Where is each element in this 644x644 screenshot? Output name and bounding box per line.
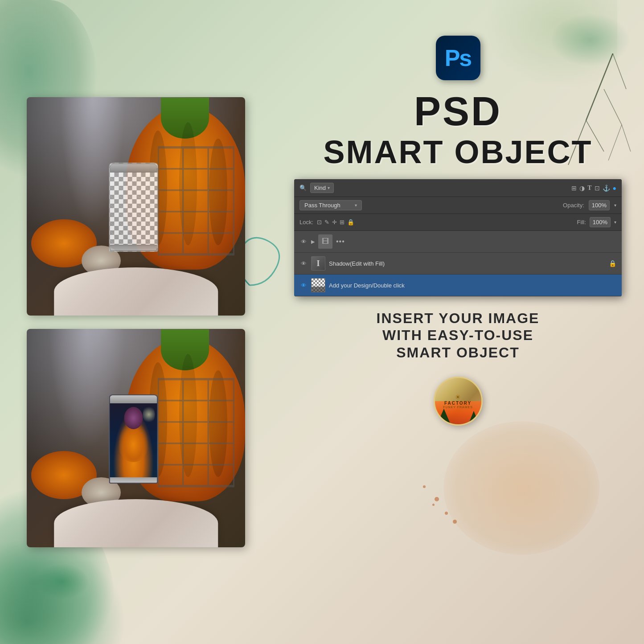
ps-logo-area: Ps: [294, 36, 622, 80]
factory-title: FACTORY: [443, 401, 473, 406]
layers-toolbar: 🔍 Kind ▾ ⊞ ◑ T ⊡ ⚓ ●: [294, 179, 622, 197]
filter-icons: ⊞ ◑ T ⊡ ⚓ ●: [571, 185, 616, 192]
tumbler-body-checker: [109, 163, 158, 252]
factory-sun-icon: ☀: [443, 394, 473, 401]
insert-line-3: SMART OBJECT: [294, 344, 622, 361]
moon-glow: [143, 405, 155, 424]
layer-thumb-group: 🎞: [318, 234, 332, 249]
opacity-label: Opacity:: [563, 202, 584, 209]
layers-panel: 🔍 Kind ▾ ⊞ ◑ T ⊡ ⚓ ● Pass Through: [294, 179, 622, 296]
factory-inner: ☀ FACTORY FUNKY FRAMES: [443, 394, 473, 409]
right-column: Ps PSD SMART OBJECT 🔍 Kind ▾ ⊞ ◑ T ⊡ ⚓: [294, 27, 622, 617]
filter-adj-icon[interactable]: ◑: [579, 185, 585, 192]
eye-icon-shadow[interactable]: 👁: [299, 260, 308, 267]
filmstrip-icon: 🎞: [322, 238, 329, 246]
layer-row-design[interactable]: 👁 Add your Design/Double click: [294, 275, 622, 296]
layer-arrow-group[interactable]: ▶: [311, 239, 315, 245]
factory-tree-right: [468, 411, 479, 424]
layer-shadow-lock-icon: 🔒: [609, 260, 616, 267]
kind-dropdown[interactable]: Kind ▾: [310, 183, 334, 193]
kind-label: Kind: [314, 185, 326, 191]
marble-pedestal-top: [54, 267, 218, 316]
layer-thumb-design: [311, 278, 325, 292]
fill-chevron: ▾: [614, 220, 616, 225]
lock-all-icon[interactable]: 🔒: [347, 219, 354, 226]
cage-structure: [158, 141, 234, 261]
filter-pixel-icon[interactable]: ⊞: [571, 185, 577, 192]
lock-icons: ⊡ ✎ ✛ ⊞ 🔒: [317, 219, 354, 226]
tumbler-halloween-design: [109, 394, 158, 484]
opacity-value[interactable]: 100%: [589, 200, 610, 210]
lock-label: Lock:: [299, 219, 313, 226]
thumb-bottom: [312, 287, 325, 292]
blend-mode-dropdown[interactable]: Pass Through ▾: [299, 200, 362, 210]
filter-dot-icon[interactable]: ●: [613, 185, 616, 192]
insert-line-2: WITH EASY-TO-USE: [294, 327, 622, 344]
left-column: [27, 27, 276, 617]
lock-artboard-icon[interactable]: ⊞: [340, 219, 345, 226]
insert-text-area: INSERT YOUR IMAGE WITH EASY-TO-USE SMART…: [294, 310, 622, 361]
filter-shape-icon[interactable]: ⊡: [595, 185, 600, 192]
ps-logo-text: Ps: [445, 45, 472, 71]
title-psd: PSD: [294, 91, 622, 131]
layer-thumb-shadow: I: [311, 256, 325, 271]
eye-icon-group[interactable]: 👁: [299, 238, 308, 245]
lock-position-icon[interactable]: ✛: [332, 219, 337, 226]
filter-smart-icon[interactable]: ⚓: [603, 185, 610, 192]
layer-row-shadow[interactable]: 👁 I Shadow(Edit with Fill) 🔒: [294, 253, 622, 275]
factory-logo: ☀ FACTORY FUNKY FRAMES: [434, 377, 483, 426]
kind-chevron: ▾: [328, 185, 330, 190]
cage-structure-2: [158, 373, 234, 493]
eye-icon-design[interactable]: 👁: [299, 282, 308, 288]
layer-shadow-name: Shadow(Edit with Fill): [329, 260, 605, 267]
bottom-mockup-image: [27, 329, 245, 547]
layer-group-dots: •••: [336, 238, 345, 246]
tumbler-art: [110, 403, 157, 477]
main-content: Ps PSD SMART OBJECT 🔍 Kind ▾ ⊞ ◑ T ⊡ ⚓: [0, 0, 644, 644]
layer-row-group[interactable]: 👁 ▶ 🎞 •••: [294, 231, 622, 253]
filter-text-icon[interactable]: T: [587, 185, 591, 192]
title-smart-object: SMART OBJECT: [294, 136, 622, 168]
top-mockup-image: [27, 97, 245, 316]
factory-subtitle: FUNKY FRAMES: [443, 406, 473, 409]
lock-pixels-icon[interactable]: ✎: [324, 219, 329, 226]
lock-row: Lock: ⊡ ✎ ✛ ⊞ 🔒 Fill: 100% ▾: [294, 214, 622, 231]
layer-design-name: Add your Design/Double click: [329, 282, 616, 289]
tumbler-with-design: [109, 394, 158, 484]
tumbler-empty: [109, 163, 158, 252]
blend-opacity-row: Pass Through ▾ Opacity: 100% ▾: [294, 197, 622, 214]
owl-body: [124, 407, 143, 429]
blend-mode-value: Pass Through: [304, 202, 340, 209]
ps-logo: Ps: [436, 36, 480, 80]
marble-pedestal-bottom: [54, 499, 218, 547]
blend-chevron: ▾: [355, 203, 357, 208]
insert-line-1: INSERT YOUR IMAGE: [294, 310, 622, 327]
fill-value[interactable]: 100%: [590, 217, 611, 227]
search-icon: 🔍: [299, 185, 307, 191]
lock-transparent-icon[interactable]: ⊡: [317, 219, 322, 226]
svg-rect-7: [158, 147, 234, 254]
fill-label: Fill:: [577, 219, 586, 226]
factory-tree-left: [437, 409, 451, 424]
factory-logo-area: ☀ FACTORY FUNKY FRAMES: [294, 377, 622, 426]
opacity-chevron: ▾: [614, 203, 616, 208]
svg-rect-14: [158, 379, 234, 486]
